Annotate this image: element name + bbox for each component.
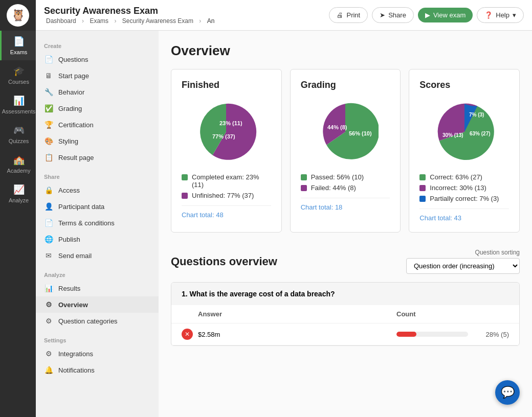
questions-overview-title: Questions overview (171, 255, 277, 268)
sidebar-item-styling[interactable]: 🎨 Styling (36, 133, 159, 149)
svg-text:56% (10): 56% (10) (349, 130, 372, 136)
breadcrumb-exams[interactable]: Exams (90, 17, 108, 25)
sidebar-item-questions[interactable]: 📄 Questions (36, 51, 159, 67)
sorting-select[interactable]: Question order (increasing) Question ord… (406, 258, 520, 274)
nav-item-academy[interactable]: 🏫 Academy (0, 149, 36, 179)
sidebar-item-certification[interactable]: 🏆 Certification (36, 117, 159, 133)
sidebar-section-create: Create (36, 39, 159, 51)
sidebar-item-publish[interactable]: 🌐 Publish (36, 231, 159, 247)
access-icon: 🔒 (44, 186, 53, 194)
sidebar-item-label: Notifications (58, 366, 95, 374)
breadcrumb-sep-3: › (199, 17, 201, 25)
assessments-icon: 📊 (13, 95, 25, 106)
question-1-label: What is the average cost of a data breac… (190, 290, 335, 298)
sidebar-item-label: Question categories (58, 317, 118, 325)
incorrect-dot (419, 185, 426, 191)
sidebar-item-label: Start page (58, 72, 89, 80)
scores-card-title: Scores (419, 80, 509, 90)
breadcrumb-sep-2: › (114, 17, 116, 25)
sidebar-item-results[interactable]: 📊 Results (36, 280, 159, 296)
print-button[interactable]: 🖨 Print (329, 7, 368, 23)
sidebar-item-label: Grading (58, 105, 82, 112)
chat-icon: 💬 (501, 386, 515, 399)
sidebar-item-label: Styling (58, 137, 78, 145)
scores-chart: 63% (27) 30% (13) 7% (3) (419, 99, 509, 165)
nav-item-label: Academy (7, 168, 31, 174)
help-chevron-icon: ▾ (513, 11, 516, 19)
academy-icon: 🏫 (13, 154, 25, 166)
nav-item-courses[interactable]: 🎓 Courses (0, 60, 36, 90)
svg-text:23% (11): 23% (11) (219, 120, 242, 126)
breadcrumb-sep-1: › (82, 17, 84, 25)
breadcrumb-current: An (207, 17, 215, 25)
answer-col-header: Answer (198, 310, 396, 318)
sidebar-item-access[interactable]: 🔒 Access (36, 182, 159, 198)
grading-icon: ✅ (44, 104, 53, 112)
notifications-icon: 🔔 (44, 366, 53, 374)
nav-item-quizzes[interactable]: 🎮 Quizzes (0, 120, 36, 149)
answer-row-1: ✕ $2.58m 28% (5) (171, 323, 519, 345)
sidebar-section-settings: Settings (36, 333, 159, 345)
sidebar-item-behavior[interactable]: 🔧 Behavior (36, 84, 159, 100)
sidebar-item-label: Result page (58, 154, 94, 161)
failed-dot (301, 185, 307, 191)
chat-bubble[interactable]: 💬 (495, 380, 520, 405)
nav-item-assessments[interactable]: 📊 Assessments (0, 90, 36, 120)
sidebar-item-integrations[interactable]: ⚙ Integrations (36, 345, 159, 362)
sidebar-item-terms[interactable]: 📄 Terms & conditions (36, 215, 159, 231)
sidebar-item-start-page[interactable]: 🖥 Start page (36, 67, 159, 84)
terms-icon: 📄 (44, 219, 53, 227)
logo-icon: 🦉 (11, 9, 25, 22)
sidebar-item-label: Publish (58, 236, 80, 243)
grading-card-title: Grading (301, 80, 390, 90)
sidebar-item-grading[interactable]: ✅ Grading (36, 100, 159, 117)
finished-legend-completed: Completed exam: 23% (11) (182, 173, 271, 189)
sidebar-item-notifications[interactable]: 🔔 Notifications (36, 362, 159, 378)
svg-text:63% (27): 63% (27) (470, 131, 491, 136)
sidebar-item-label: Behavior (58, 88, 84, 96)
breadcrumb-dashboard[interactable]: Dashboard (46, 17, 76, 25)
sidebar-section-analyze: Analyze (36, 268, 159, 280)
correct-dot (419, 174, 426, 180)
nav-item-analyze[interactable]: 📈 Analyze (0, 179, 36, 208)
nav-item-label: Exams (10, 49, 28, 55)
partial-dot (419, 196, 426, 202)
sidebar-item-label: Integrations (58, 350, 93, 358)
nav-item-label: Quizzes (9, 138, 29, 144)
sidebar-item-question-categories[interactable]: ⚙ Question categories (36, 313, 159, 329)
nav-item-label: Courses (8, 79, 29, 85)
quizzes-icon: 🎮 (13, 125, 25, 136)
breadcrumb-exam-name[interactable]: Security Awareness Exam (122, 17, 193, 25)
question-1-text: 1 (182, 290, 186, 298)
sidebar-item-label: Terms & conditions (58, 219, 115, 227)
answer-bar-1 (396, 332, 468, 337)
count-col-header: Count (396, 310, 468, 318)
view-exam-button[interactable]: ▶ View exam (418, 8, 473, 22)
nav-item-label: Analyze (9, 197, 29, 203)
answer-wrong-icon: ✕ (182, 329, 193, 340)
grading-legend-failed: Failed: 44% (8) (301, 184, 390, 192)
sidebar-item-participant-data[interactable]: 👤 Participant data (36, 198, 159, 215)
sidebar-item-label: Send email (58, 252, 92, 260)
questions-section-header: Questions overview Question sorting Ques… (171, 249, 520, 274)
finished-chart-total: Chart total: 48 (182, 205, 271, 219)
finished-card: Finished 23% (11) 77% (37) Completed exa… (171, 69, 282, 233)
sidebar-item-label: Access (58, 187, 80, 194)
help-icon: ❓ (484, 11, 493, 19)
help-button[interactable]: ❓ Help ▾ (477, 7, 524, 23)
share-button[interactable]: ➤ Share (372, 7, 414, 23)
svg-text:77% (37): 77% (37) (212, 133, 235, 140)
finished-legend-unfinished: Unfinished: 77% (37) (182, 192, 271, 199)
main-content: Overview Finished 23% (11) 77% (37) Comp… (159, 31, 532, 417)
send-email-icon: ✉ (44, 251, 53, 260)
styling-icon: 🎨 (44, 137, 53, 145)
overview-cards: Finished 23% (11) 77% (37) Completed exa… (171, 69, 520, 233)
grading-chart-total: Chart total: 18 (301, 198, 390, 211)
sidebar-item-result-page[interactable]: 📋 Result page (36, 149, 159, 166)
nav-item-exams[interactable]: 📄 Exams (0, 31, 36, 60)
svg-text:30% (13): 30% (13) (442, 132, 463, 138)
sidebar-item-label: Questions (58, 56, 88, 63)
sidebar-item-overview[interactable]: ⚙ Overview (36, 296, 159, 313)
sidebar-item-send-email[interactable]: ✉ Send email (36, 247, 159, 264)
header-title-group: Security Awareness Exam Dashboard › Exam… (44, 6, 216, 25)
